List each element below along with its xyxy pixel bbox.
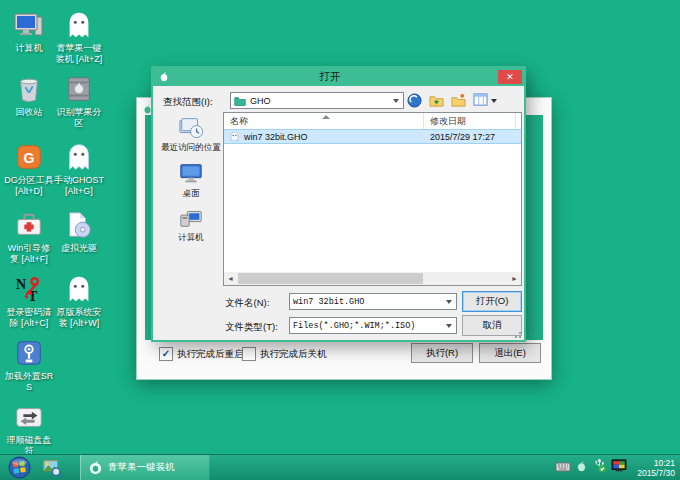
srs-icon [12,336,46,370]
desktop-icon-manual-ghost[interactable]: 手动GHOST [Alt+G] [54,140,104,197]
system-tray: 10:21 2015/7/30 [555,455,680,480]
look-in-label: 查找范围(I): [163,96,213,109]
apple-logo-icon [158,71,170,83]
close-icon[interactable]: ✕ [498,70,522,84]
file-date-cell: 2015/7/29 17:27 [430,132,495,142]
open-file-dialog: 打开 ✕ 查找范围(I): GHO 最近访问的位置 桌面 计算机 名称 修改日期… [151,66,526,342]
apple-logo-icon [88,460,103,475]
checkbox-box-checked[interactable]: ✓ [159,347,173,361]
display-icon[interactable] [611,459,627,477]
places-sidebar: 最近访问的位置 桌面 计算机 [159,112,223,286]
desktop-icon-apple-partition[interactable]: 识别苹果分区 [54,72,104,129]
file-name-label: 文件名(N): [225,297,269,310]
sidebar-item-label: 最近访问的位置 [159,142,223,154]
disk-letters-icon [12,400,46,434]
checkbox-box-unchecked[interactable] [242,347,256,361]
sidebar-item-recent-places[interactable]: 最近访问的位置 [159,114,223,154]
recycle-bin-icon [12,72,46,106]
ghost-icon [62,140,96,174]
column-header-date-modified[interactable]: 修改日期 [424,113,516,129]
checkbox-shutdown-after-done[interactable]: 执行完成后关机 [242,347,327,361]
taskbar-app-button[interactable]: 青苹果一键装机 [80,455,210,480]
view-menu-icon[interactable] [473,93,488,111]
apple-disk-icon [62,72,96,106]
file-name-combobox[interactable]: win7 32bit.GHO [289,293,457,310]
look-in-combobox[interactable]: GHO [230,92,404,109]
desktop-icon-label: 青苹果一键装机 [Alt+Z] [54,43,104,65]
new-folder-icon[interactable] [451,93,466,112]
desktop-icon-label: 计算机 [4,43,54,54]
computer-icon [178,222,204,232]
desktop-icon-label: 加载外置SRS [4,371,54,393]
sidebar-item-computer[interactable]: 计算机 [159,204,223,244]
desktop-icon-label: 识别苹果分区 [54,107,104,129]
desktop-icon-recycle-bin[interactable]: 回收站 [4,72,54,118]
view-menu-dropdown-arrow[interactable] [491,99,497,103]
horizontal-scrollbar[interactable]: ◄ ► [224,272,521,285]
file-type-label: 文件类型(T): [225,321,278,334]
chevron-down-icon [446,324,452,328]
desktop-icon-fix-drive-letters[interactable]: 理顺磁盘盘符 [4,400,54,457]
desktop-icon-diskgenius[interactable]: G DG分区工具 [Alt+D] [4,140,54,197]
sidebar-item-desktop[interactable]: 桌面 [159,160,223,200]
desktop-icon-computer[interactable]: 计算机 [4,8,54,54]
usb-icon[interactable] [592,458,607,477]
first-aid-icon [12,208,46,242]
file-row-selected[interactable]: win7 32bit.GHO 2015/7/29 17:27 [224,129,521,144]
desktop-place-icon [178,178,204,188]
open-button[interactable]: 打开(O) [462,291,522,312]
checkbox-restart-after-done[interactable]: ✓ 执行完成后重启 [159,347,244,361]
file-list: 名称 修改日期 类型 win7 32bit.GHO 2015/7/29 17:2… [223,112,522,286]
diskgenius-icon: G [12,140,46,174]
column-header-type[interactable]: 类型 [516,113,522,129]
resize-grip[interactable] [513,330,521,338]
execute-button[interactable]: 执行(R) [411,343,473,363]
sidebar-item-label: 计算机 [159,232,223,244]
desktop-icon-password-clear[interactable]: NT 登录密码清除 [Alt+C] [4,272,54,329]
up-one-level-icon[interactable] [429,93,444,112]
desktop-icon-label: 手动GHOST [Alt+G] [54,175,104,197]
computer-icon [12,8,46,42]
scroll-right-icon[interactable]: ► [508,272,521,285]
desktop-icon-label: 原版系统安装 [Alt+W] [54,307,104,329]
desktop-icon-boot-repair[interactable]: Win引导修复 [Alt+F] [4,208,54,265]
tray-date: 2015/7/30 [637,468,675,478]
scroll-left-icon[interactable]: ◄ [224,272,237,285]
nt-key-icon: NT [12,272,46,306]
sort-ascending-icon [322,115,330,119]
desktop-icon-label: 登录密码清除 [Alt+C] [4,307,54,329]
chevron-down-icon [393,99,399,103]
desktop-icon-virtual-cd[interactable]: 虚拟光驱 [54,208,104,254]
taskbar-app-label: 青苹果一键装机 [108,461,175,474]
apple-tray-icon[interactable] [575,459,588,477]
taskbar: 青苹果一键装机 10:21 2015/7/30 [0,454,680,480]
exit-button[interactable]: 退出(E) [479,343,541,363]
look-in-value: GHO [250,96,271,106]
checkbox-label: 执行完成后重启 [177,348,244,361]
checkbox-label: 执行完成后关机 [260,348,327,361]
recent-places-icon [178,132,204,142]
tray-clock[interactable]: 10:21 2015/7/30 [637,458,675,478]
virtual-cd-icon [62,208,96,242]
sidebar-item-label: 桌面 [159,188,223,200]
ghost-file-icon [229,131,240,142]
go-to-last-folder-icon[interactable] [407,93,422,112]
desktop-icon-label: 虚拟光驱 [54,243,104,254]
scrollbar-thumb[interactable] [238,273,423,284]
desktop-icon-load-srs[interactable]: 加载外置SRS [4,336,54,393]
start-button[interactable] [8,456,31,480]
desktop-icon-original-system-install[interactable]: 原版系统安装 [Alt+W] [54,272,104,329]
svg-text:G: G [24,150,35,166]
dialog-titlebar[interactable]: 打开 [153,68,524,86]
image-viewer-icon[interactable] [42,458,62,480]
file-name-cell: win7 32bit.GHO [244,132,308,142]
keyboard-icon[interactable] [555,459,571,477]
desktop-icon-label: 回收站 [4,107,54,118]
file-type-combobox[interactable]: Files(*.GHO;*.WIM;*.ISO) [289,317,457,334]
desktop-icon-green-apple-installer[interactable]: 青苹果一键装机 [Alt+Z] [54,8,104,65]
chevron-down-icon [446,300,452,304]
desktop-icon-label: Win引导修复 [Alt+F] [4,243,54,265]
file-name-value: win7 32bit.GHO [293,297,364,307]
file-type-value: Files(*.GHO;*.WIM;*.ISO) [293,321,415,331]
ghost-icon [62,8,96,42]
